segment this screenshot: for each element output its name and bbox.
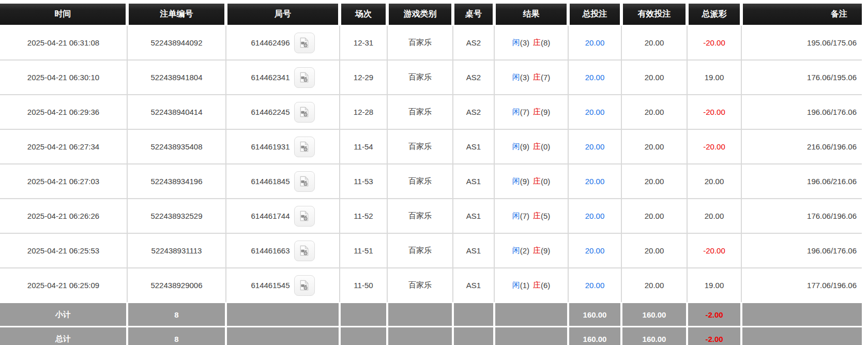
cell-valid-bet: 20.00 <box>622 61 687 94</box>
video-replay-button[interactable] <box>294 67 315 88</box>
round-id: 614462496 <box>251 38 290 47</box>
cell-result: 闲(9)庄(0) <box>495 164 568 198</box>
player-result-label: 闲 <box>512 38 520 48</box>
video-file-icon <box>298 245 310 257</box>
cell-valid-bet: 20.00 <box>622 199 687 233</box>
player-result-label: 闲 <box>512 107 520 117</box>
cell-bet-id: 522438932529 <box>128 199 225 233</box>
banker-result-label: 庄 <box>533 280 541 290</box>
video-replay-button[interactable] <box>294 241 315 261</box>
banker-result-label: 庄 <box>533 246 541 256</box>
cell-game-type: 百家乐 <box>388 199 452 233</box>
banker-result-score: (9) <box>541 246 550 255</box>
table-row: 2025-04-21 06:25:09 522438929006 6144615… <box>0 268 862 302</box>
column-header-game-type: 游戏类别 <box>388 4 452 25</box>
banker-result-score: (5) <box>541 212 550 220</box>
cell-time: 2025-04-21 06:30:10 <box>0 61 127 94</box>
cell-time: 2025-04-21 06:29:36 <box>0 95 127 129</box>
cell-table-id: AS1 <box>453 130 494 163</box>
table-body: 2025-04-21 06:31:08 522438944092 6144624… <box>0 26 862 302</box>
cell-table-id: AS2 <box>453 61 494 94</box>
video-replay-button[interactable] <box>294 137 315 157</box>
table-row: 2025-04-21 06:31:08 522438944092 6144624… <box>0 26 862 59</box>
banker-result-score: (0) <box>541 177 550 186</box>
cell-round: 614461845 <box>226 164 339 198</box>
summary-empty <box>226 303 339 326</box>
video-replay-button[interactable] <box>294 102 315 123</box>
column-header-bet-id: 注单编号 <box>128 4 225 25</box>
cell-total-bet: 20.00 <box>569 130 621 163</box>
cell-round: 614461744 <box>226 199 339 233</box>
cell-table-id: AS1 <box>453 164 494 198</box>
summary-empty <box>495 327 568 345</box>
cell-round: 614461545 <box>226 268 339 302</box>
player-result-score: (3) <box>520 38 529 47</box>
player-result-label: 闲 <box>512 72 520 82</box>
table-row: 2025-04-21 06:25:53 522438931113 6144616… <box>0 234 862 267</box>
cell-round: 614462341 <box>226 61 339 94</box>
cell-result: 闲(1)庄(6) <box>495 268 568 302</box>
video-file-icon <box>298 106 310 118</box>
video-file-icon <box>298 37 310 49</box>
cell-remark: 195.06/175.06 <box>742 26 862 59</box>
cell-remark: 177.06/196.06 <box>742 268 862 302</box>
cell-bet-id: 522438940414 <box>128 95 225 129</box>
banker-result-label: 庄 <box>533 38 541 48</box>
table-header-row: 时间 注单编号 局号 场次 游戏类别 桌号 结果 总投注 有效投注 总派彩 备注 <box>0 4 862 25</box>
cell-result: 闲(2)庄(9) <box>495 234 568 267</box>
banker-result-label: 庄 <box>533 107 541 117</box>
video-replay-button[interactable] <box>294 206 315 227</box>
cell-bet-id: 522438929006 <box>128 268 225 302</box>
banker-result-score: (8) <box>541 38 550 47</box>
cell-valid-bet: 20.00 <box>622 26 687 59</box>
video-replay-button[interactable] <box>294 275 315 296</box>
video-replay-button[interactable] <box>294 33 315 53</box>
cell-remark: 176.06/196.06 <box>742 199 862 233</box>
column-header-round: 局号 <box>226 4 339 25</box>
player-result-label: 闲 <box>512 211 520 221</box>
table-row: 2025-04-21 06:27:34 522438935408 6144619… <box>0 130 862 163</box>
round-id: 614461545 <box>251 281 290 290</box>
video-replay-button[interactable] <box>294 171 315 192</box>
summary-valid-bet: 160.00 <box>622 327 687 345</box>
cell-session: 11-53 <box>340 164 387 198</box>
player-result-label: 闲 <box>512 142 520 152</box>
column-header-table-id: 桌号 <box>453 4 494 25</box>
summary-empty <box>388 303 452 326</box>
cell-table-id: AS2 <box>453 26 494 59</box>
column-header-result: 结果 <box>495 4 568 25</box>
summary-total-bet: 160.00 <box>569 327 621 345</box>
cell-game-type: 百家乐 <box>388 268 452 302</box>
summary-empty <box>340 327 387 345</box>
column-header-remark: 备注 <box>742 4 862 25</box>
banker-result-score: (7) <box>541 73 550 82</box>
cell-result: 闲(7)庄(9) <box>495 95 568 129</box>
summary-remark <box>742 327 862 345</box>
banker-result-label: 庄 <box>533 211 541 221</box>
summary-empty <box>453 303 494 326</box>
column-header-payout: 总派彩 <box>688 4 741 25</box>
round-id: 614462341 <box>251 73 290 82</box>
banker-result-label: 庄 <box>533 142 541 152</box>
cell-payout: -20.00 <box>688 130 741 163</box>
summary-remark <box>742 303 862 326</box>
cell-result: 闲(7)庄(5) <box>495 199 568 233</box>
cell-total-bet: 20.00 <box>569 234 621 267</box>
cell-game-type: 百家乐 <box>388 61 452 94</box>
player-result-score: (3) <box>520 73 529 82</box>
cell-total-bet: 20.00 <box>569 95 621 129</box>
round-id: 614461663 <box>251 246 290 255</box>
cell-bet-id: 522438935408 <box>128 130 225 163</box>
summary-payout: -2.00 <box>688 303 741 326</box>
video-file-icon <box>298 71 310 83</box>
video-file-icon <box>298 175 310 187</box>
summary-payout: -2.00 <box>688 327 741 345</box>
table-row: 2025-04-21 06:29:36 522438940414 6144622… <box>0 95 862 129</box>
video-file-icon <box>298 279 310 291</box>
cell-bet-id: 522438934196 <box>128 164 225 198</box>
cell-payout: 19.00 <box>688 268 741 302</box>
cell-total-bet: 20.00 <box>569 61 621 94</box>
cell-time: 2025-04-21 06:27:03 <box>0 164 127 198</box>
banker-result-label: 庄 <box>533 176 541 186</box>
banker-result-score: (6) <box>541 281 550 290</box>
